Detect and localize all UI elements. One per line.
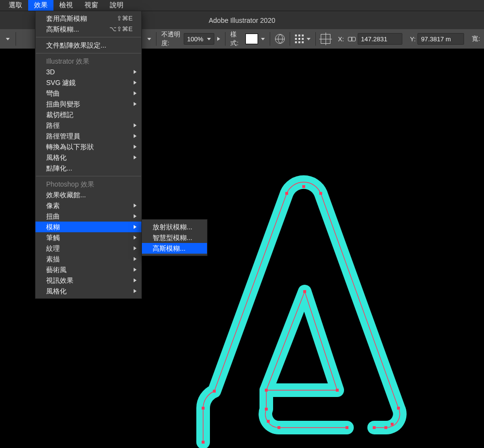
menu-apply-last[interactable]: 套用高斯模糊 ⇧⌘E xyxy=(35,13,141,24)
ps-effect-2[interactable]: 扭曲 xyxy=(35,211,141,222)
svg-rect-7 xyxy=(391,423,394,426)
ps-effect-6[interactable]: 素描 xyxy=(35,254,141,264)
transform-ref-icon[interactable] xyxy=(321,34,330,44)
style-dropdown-icon[interactable] xyxy=(261,38,265,40)
effect-menu: 套用高斯模糊 ⇧⌘E 高斯模糊... ⌥⇧⌘E 文件點陣效果設定... Illu… xyxy=(35,11,142,299)
svg-rect-5 xyxy=(319,192,322,195)
menu-select[interactable]: 選取 xyxy=(3,0,28,11)
ai-effect-7[interactable]: 轉換為以下形狀 xyxy=(35,141,141,152)
menu-effect[interactable]: 效果 xyxy=(28,0,53,11)
svg-rect-3 xyxy=(285,192,288,195)
svg-rect-9 xyxy=(373,426,376,429)
opacity-flyout-icon[interactable] xyxy=(217,37,220,41)
ai-effect-2[interactable]: 彎曲 xyxy=(35,88,141,99)
app-title: Adobe Illustrator 2020 xyxy=(209,17,276,24)
ps-effect-4[interactable]: 筆觸 xyxy=(35,232,141,243)
svg-rect-0 xyxy=(202,441,205,444)
svg-rect-13 xyxy=(265,408,268,411)
ai-effect-5[interactable]: 路徑 xyxy=(35,120,141,131)
svg-rect-2 xyxy=(213,390,216,393)
menu-help[interactable]: 說明 xyxy=(104,0,129,11)
stroke-dropdown-icon[interactable] xyxy=(147,38,151,40)
blur-sub-2[interactable]: 高斯模糊... xyxy=(142,243,207,254)
svg-rect-16 xyxy=(303,290,306,293)
x-label: X: xyxy=(338,35,344,43)
svg-rect-4 xyxy=(302,185,305,188)
align-dropdown-icon[interactable] xyxy=(307,38,311,40)
x-field[interactable]: 147.2831 xyxy=(358,33,402,45)
svg-rect-11 xyxy=(277,426,280,429)
ps-effect-1[interactable]: 像素 xyxy=(35,200,141,211)
ai-effect-3[interactable]: 扭曲與變形 xyxy=(35,99,141,109)
ps-effect-0[interactable]: 效果收藏館... xyxy=(35,190,141,200)
menu-window[interactable]: 視窗 xyxy=(79,0,104,11)
blur-sub-0[interactable]: 放射狀模糊... xyxy=(142,222,207,232)
ps-effect-7[interactable]: 藝術風 xyxy=(35,264,141,275)
ai-effect-0[interactable]: 3D xyxy=(35,67,141,77)
y-field[interactable]: 97.3817 m xyxy=(417,33,464,45)
ps-effect-8[interactable]: 視訊效果 xyxy=(35,275,141,286)
style-swatch[interactable] xyxy=(245,34,258,44)
header-photoshop-effects: Photoshop 效果 xyxy=(35,179,141,190)
ai-effect-8[interactable]: 風格化 xyxy=(35,152,141,163)
svg-rect-10 xyxy=(346,426,348,429)
align-grid-icon[interactable] xyxy=(295,34,304,43)
doc-list-dropdown[interactable] xyxy=(6,38,10,40)
svg-rect-1 xyxy=(202,407,205,410)
recolor-icon[interactable] xyxy=(275,34,285,44)
ps-effect-9[interactable]: 風格化 xyxy=(35,286,141,296)
svg-rect-15 xyxy=(336,389,339,392)
blur-submenu: 放射狀模糊...智慧型模糊...高斯模糊... xyxy=(141,219,207,256)
ps-effect-3[interactable]: 模糊 xyxy=(35,222,141,232)
svg-rect-6 xyxy=(397,407,400,410)
svg-rect-8 xyxy=(384,426,387,429)
style-label: 樣式: xyxy=(230,30,242,48)
ai-effect-4[interactable]: 裁切標記 xyxy=(35,109,141,120)
blur-sub-1[interactable]: 智慧型模糊... xyxy=(142,232,207,243)
menu-doc-raster-settings[interactable]: 文件點陣效果設定... xyxy=(35,40,141,51)
opacity-label: 不透明度: xyxy=(161,30,182,48)
ps-effect-5[interactable]: 紋理 xyxy=(35,243,141,254)
menu-last-effect[interactable]: 高斯模糊... ⌥⇧⌘E xyxy=(35,24,141,34)
svg-rect-12 xyxy=(267,420,270,423)
ai-effect-6[interactable]: 路徑管理員 xyxy=(35,131,141,141)
svg-rect-14 xyxy=(265,389,268,392)
header-illustrator-effects: Illustrator 效果 xyxy=(35,56,141,67)
y-label: Y: xyxy=(410,35,416,43)
ai-effect-9[interactable]: 點陣化... xyxy=(35,163,141,173)
ai-effect-1[interactable]: SVG 濾鏡 xyxy=(35,77,141,88)
menu-view[interactable]: 檢視 xyxy=(53,0,79,11)
menubar: 選取 效果 檢視 視窗 說明 xyxy=(0,0,484,11)
w-label: 寬: xyxy=(472,34,480,43)
link-xy-icon[interactable] xyxy=(348,35,356,42)
opacity-field[interactable]: 100% xyxy=(184,33,214,45)
